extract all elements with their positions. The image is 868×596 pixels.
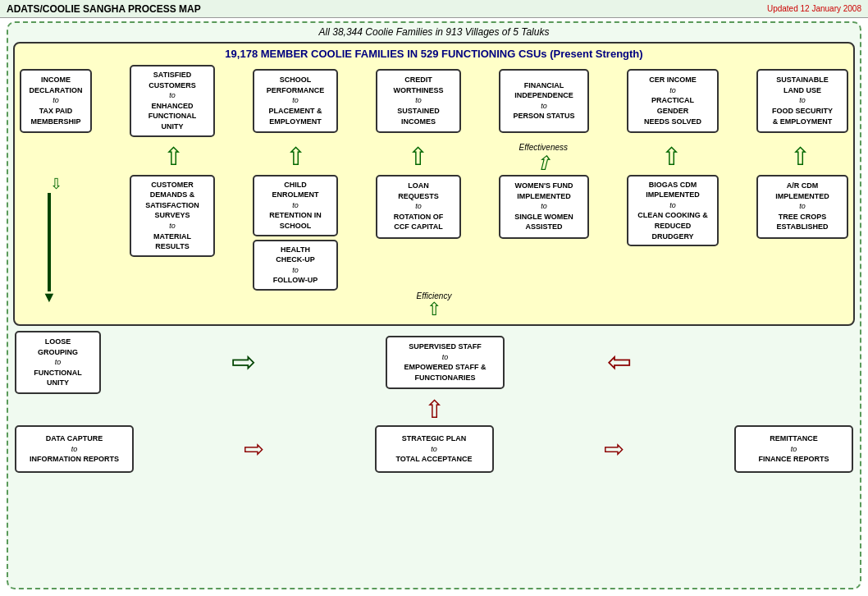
mid-center: CHILDENROLMENTtoRETENTION INSCHOOL HEALT…: [253, 175, 338, 291]
arrows-row-1: ⇧ ⇧ ⇧ Effectiveness ⇧ ⇧ ⇧: [20, 140, 848, 175]
box-supervised: SUPERVISED STAFFtoEMPOWERED STAFF &FUNCT…: [386, 336, 505, 388]
income-to-loose-arrow: ▼: [42, 193, 57, 305]
box-financial: FINANCIALINDEPENDENCEtoPERSON STATUS: [499, 69, 589, 133]
box-credit: CREDITWORTHINESStoSUSTAINEDINCOMES: [376, 69, 461, 133]
arrow-up-2: ⇧: [254, 144, 339, 169]
up-arrow-to-supervised: ⇧: [8, 397, 860, 422]
outer-green-border: All 38,344 Coolie Families in 913 Villag…: [7, 21, 861, 589]
title-bar: ADATS/COOLIE SANGHA PROCESS MAP Updated …: [0, 0, 868, 18]
box-loose: LOOSEGROUPINGtoFUNCTIONALUNITY: [15, 331, 101, 394]
main-title: ADATS/COOLIE SANGHA PROCESS MAP: [7, 3, 201, 15]
efficiency-arrow: ⇧: [427, 300, 441, 319]
dark-red-arrow: ⇦: [509, 347, 729, 377]
box-school-performance: SCHOOLPERFORMANCEtoPLACEMENT &EMPLOYMENT: [253, 69, 338, 133]
effectiveness-label: Effectiveness ⇧: [498, 140, 588, 175]
box-womens: WOMEN'S FUNDIMPLEMENTEDtoSINGLE WOMENASS…: [499, 175, 589, 239]
bottom-row: DATA CAPTUREtoINFORMATION REPORTS ⇨ STRA…: [8, 424, 860, 476]
all-families-text: All 38,344 Coolie Families in 913 Villag…: [8, 23, 860, 39]
box-child: CHILDENROLMENTtoRETENTION INSCHOOL: [253, 175, 338, 236]
box-strategic: STRATEGIC PLANtoTOTAL ACCEPTANCE: [375, 425, 494, 473]
box-cer: CER INCOMEtoPRACTICALGENDERNEEDS SOLVED: [627, 69, 719, 133]
box-data-capture: DATA CAPTUREtoINFORMATION REPORTS: [15, 425, 134, 473]
bottom-right-arrow-1: ⇨: [139, 437, 370, 461]
arrow-up-6: ⇧: [755, 144, 847, 169]
big-right-arrow: ⇨: [106, 347, 381, 377]
box-customer: CUSTOMERDEMANDS &SATISFACTIONSURVEYStoMA…: [130, 175, 215, 257]
member-title: 19,178 MEMBER COOLIE FAMILIES IN 529 FUN…: [20, 48, 848, 60]
arrow-up-5: ⇧: [626, 144, 718, 169]
top-boxes-row: INCOMEDECLARATIONtoTAX PAIDMEMBERSHIP SA…: [20, 65, 848, 137]
box-loan: LOANREQUESTStoROTATION OFCCF CAPITAL: [376, 175, 461, 239]
mid-boxes-row: ⇩ CUSTOMERDEMANDS &SATISFACTIONSURVEYSto…: [20, 175, 848, 291]
income-side: ⇩: [20, 175, 92, 191]
box-sustainable: SUSTAINABLELAND USEtoFOOD SECURITY& EMPL…: [756, 69, 848, 133]
big-down-arrow: ⇩: [50, 177, 62, 191]
arrow-up-1: ⇧: [130, 144, 216, 169]
box-satisfied: SATISFIEDCUSTOMERStoENHANCEDFUNCTIONALUN…: [130, 65, 215, 137]
box-income: INCOMEDECLARATIONtoTAX PAIDMEMBERSHIP: [20, 69, 92, 133]
box-remittance: REMITTANCEtoFINANCE REPORTS: [734, 425, 853, 473]
arrow-up-3: ⇧: [376, 144, 461, 169]
updated-label: Updated 12 January 2008: [767, 4, 861, 13]
main-canvas: ADATS/COOLIE SANGHA PROCESS MAP Updated …: [0, 0, 868, 596]
box-health: HEALTHCHECK-UPtoFOLLOW-UP: [253, 240, 338, 291]
bottom-section: LOOSEGROUPINGtoFUNCTIONALUNITY ⇨ SUPERVI…: [8, 329, 860, 397]
inner-yellow-container: 19,178 MEMBER COOLIE FAMILIES IN 529 FUN…: [13, 42, 855, 326]
bottom-right-arrow-2: ⇨: [499, 437, 730, 461]
box-ar-cdm: A/R CDMIMPLEMENTEDtoTREE CROPSESTABLISHE…: [756, 175, 848, 239]
efficiency-row: Efficiency ⇧: [20, 293, 848, 318]
box-biogas: BIOGAS CDMIMPLEMENTEDtoCLEAN COOKING &RE…: [627, 175, 719, 247]
